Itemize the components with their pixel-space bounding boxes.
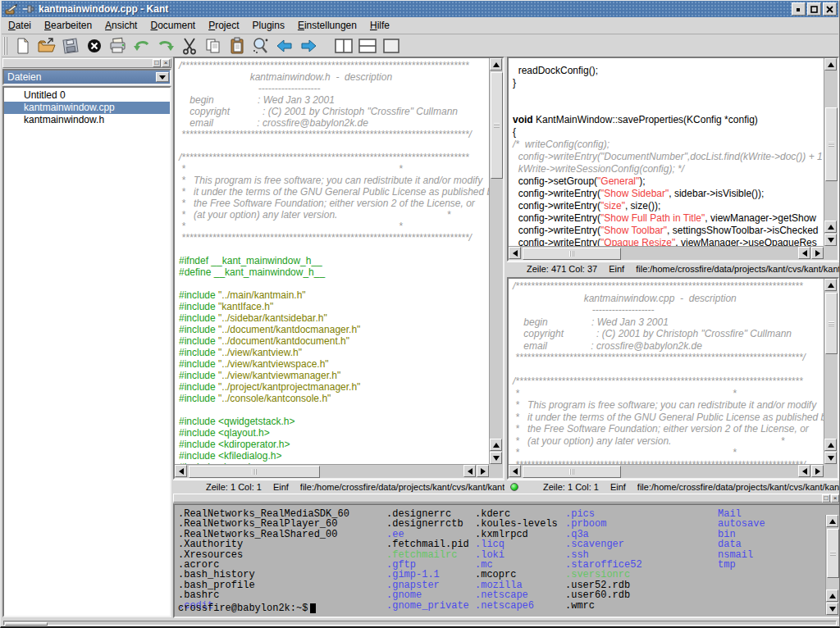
- terminal-entry: .prboom: [565, 519, 642, 529]
- console-scrollbar[interactable]: [825, 515, 839, 615]
- scroll-right-icon[interactable]: [477, 465, 489, 477]
- close-view-button[interactable]: [380, 36, 402, 57]
- file-url: file:/home/crossfire/data/projects/kant/…: [637, 482, 839, 492]
- console-output[interactable]: Mailautosavebindatansmailtmp.pics.prboom…: [173, 503, 840, 618]
- scroll-up-icon[interactable]: [826, 589, 838, 602]
- vertical-scrollbar[interactable]: [489, 58, 503, 464]
- horizontal-scrollbar[interactable]: [509, 464, 824, 478]
- scroll-down-icon[interactable]: [824, 234, 837, 246]
- redo-button[interactable]: [154, 36, 176, 57]
- horizontal-scrollbar[interactable]: [509, 246, 824, 260]
- menubar: DateiBearbeitenAnsichtDocumentProjectPlu…: [2, 17, 838, 34]
- scroll-left-icon[interactable]: [463, 465, 476, 477]
- editor-text-bottom-right[interactable]: /***************************************…: [509, 279, 824, 464]
- menu-item-document[interactable]: Document: [144, 18, 202, 33]
- file-list-item[interactable]: kantmainwindow.cpp: [4, 102, 170, 114]
- console-pane: □ × Mailautosavebindatansmailtmp.pics.pr…: [173, 494, 840, 618]
- split-vertical-button[interactable]: [332, 36, 354, 57]
- scroll-left-icon[interactable]: [509, 247, 521, 259]
- scroll-down-icon[interactable]: [824, 452, 837, 464]
- scroll-left-icon[interactable]: [509, 465, 521, 477]
- menu-item-hilfe[interactable]: Hilfe: [363, 18, 396, 33]
- window-bottom-strip: [2, 619, 838, 627]
- menu-item-ansicht[interactable]: Ansicht: [98, 18, 144, 33]
- split-horizontal-button[interactable]: [356, 36, 378, 57]
- cursor-position: Zeile: 471 Col: 37: [527, 264, 597, 274]
- minimize-button[interactable]: [792, 2, 806, 16]
- scroll-up-icon[interactable]: [824, 221, 837, 233]
- print-button[interactable]: [107, 36, 129, 57]
- new-file-button[interactable]: [11, 36, 34, 57]
- bottom-scroll-track[interactable]: [3, 621, 837, 626]
- terminal-entry: .wmrc: [565, 601, 642, 611]
- paste-button[interactable]: [226, 36, 248, 57]
- file-list-item[interactable]: kantmainwindow.h: [4, 114, 170, 126]
- open-file-button[interactable]: [35, 36, 57, 57]
- shell-prompt[interactable]: crossfire@babylon2k:~$: [178, 603, 316, 614]
- menu-item-bearbeiten[interactable]: Bearbeiten: [38, 18, 98, 33]
- sidebar-dock-header[interactable]: □ ×: [2, 58, 171, 68]
- horizontal-scrollbar[interactable]: [175, 464, 489, 478]
- vertical-scrollbar[interactable]: [824, 279, 838, 464]
- undo-button[interactable]: [130, 36, 153, 57]
- menu-item-datei[interactable]: Datei: [2, 18, 38, 33]
- scroll-down-icon[interactable]: [490, 452, 502, 464]
- console-float-icon[interactable]: □: [822, 494, 830, 503]
- scroll-right-icon[interactable]: [811, 247, 824, 259]
- vertical-scrollbar[interactable]: [824, 58, 838, 246]
- terminal-entry: .licq: [475, 539, 558, 549]
- scroll-up-icon[interactable]: [490, 439, 502, 451]
- editor-frame-bottom-right: /***************************************…: [507, 277, 839, 480]
- scroll-left-icon[interactable]: [798, 247, 810, 259]
- editor-text-top-right[interactable]: readDockConfig();} void KantMainWindow::…: [509, 58, 824, 246]
- save-file-button[interactable]: [59, 36, 81, 57]
- scroll-left-icon[interactable]: [175, 465, 187, 477]
- insert-mode: Einf: [610, 482, 626, 492]
- scroll-up-icon[interactable]: [826, 515, 838, 527]
- scrollbar-corner: [824, 246, 838, 260]
- sidebar-float-icon[interactable]: □: [153, 59, 161, 67]
- terminal-entry: .gimp-1.1: [386, 570, 469, 580]
- scroll-up-icon[interactable]: [824, 439, 837, 451]
- terminal-entry: .sversionrc: [565, 570, 642, 580]
- scroll-down-icon[interactable]: [826, 603, 838, 615]
- chevron-down-icon[interactable]: [156, 72, 169, 82]
- scroll-up-icon[interactable]: [824, 58, 837, 71]
- file-url: file:/home/crossfire/data/projects/kant/…: [300, 482, 504, 492]
- scroll-up-icon[interactable]: [824, 279, 837, 291]
- forward-button[interactable]: [297, 36, 319, 57]
- menu-item-plugins[interactable]: Plugins: [246, 18, 291, 33]
- sidebar-view-select[interactable]: Dateien: [2, 69, 171, 85]
- scroll-up-icon[interactable]: [490, 58, 502, 71]
- scroll-right-icon[interactable]: [811, 465, 824, 477]
- copy-button[interactable]: [202, 36, 224, 57]
- insert-mode: Einf: [273, 482, 289, 492]
- terminal-column: Mailautosavebindatansmailtmp: [718, 509, 765, 570]
- terminal-entry: .gnome: [386, 590, 469, 600]
- editor-text-center[interactable]: /***************************************…: [175, 58, 489, 464]
- terminal-cursor: [310, 603, 316, 613]
- close-file-button[interactable]: [83, 36, 105, 57]
- terminal-column: .designerrc.designerrctb.ee.fetchmail.pi…: [386, 509, 469, 611]
- pin-icon[interactable]: [21, 2, 34, 16]
- window-title: kantmainwindow.cpp - Kant: [39, 3, 168, 15]
- toolbar-handle[interactable]: [3, 37, 7, 55]
- titlebar[interactable]: kantmainwindow.cpp - Kant: [2, 1, 838, 17]
- terminal-entry: .designerrctb: [386, 519, 469, 529]
- bottom-scroll-thumb[interactable]: [5, 622, 48, 626]
- console-dock-header[interactable]: □ ×: [173, 494, 840, 503]
- file-list-item[interactable]: Untitled 0: [4, 89, 170, 102]
- sidebar-close-icon[interactable]: ×: [162, 59, 170, 67]
- menu-item-einstellungen[interactable]: Einstellungen: [291, 18, 363, 33]
- back-button[interactable]: [273, 36, 295, 57]
- scroll-left-icon[interactable]: [798, 465, 810, 477]
- cut-button[interactable]: [178, 36, 200, 57]
- close-button[interactable]: [823, 2, 837, 16]
- menu-item-project[interactable]: Project: [202, 18, 245, 33]
- statusbar-center: Zeile: 1 Col: 1 Einf file:/home/crossfir…: [173, 480, 504, 493]
- maximize-button[interactable]: [807, 2, 821, 16]
- editor-pane-bottom-right: /***************************************…: [507, 277, 839, 493]
- find-button[interactable]: [249, 36, 272, 57]
- console-close-icon[interactable]: ×: [831, 494, 839, 503]
- app-icon[interactable]: [5, 2, 18, 16]
